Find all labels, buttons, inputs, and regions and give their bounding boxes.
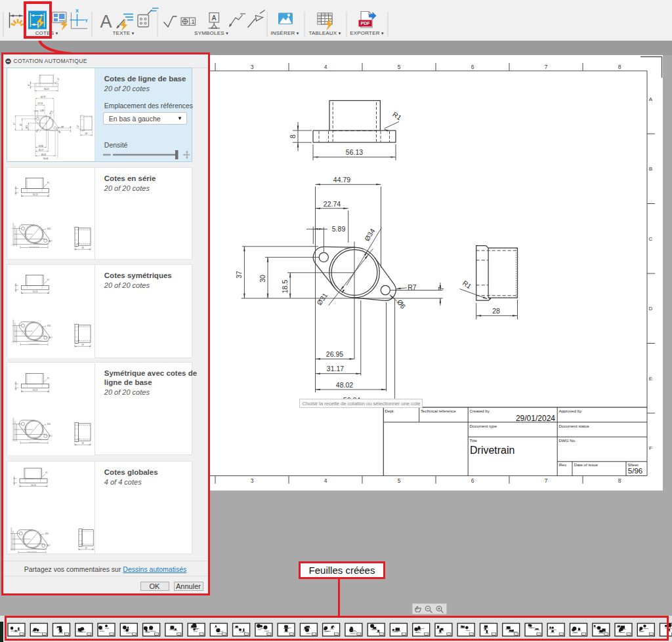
svg-text:A: A bbox=[100, 12, 112, 31]
svg-text:Y: Y bbox=[85, 18, 88, 24]
svg-text:PDF: PDF bbox=[361, 21, 371, 26]
svg-text:A: A bbox=[212, 14, 217, 22]
svg-text:.1: .1 bbox=[190, 18, 194, 25]
svg-text:X: X bbox=[75, 8, 79, 14]
